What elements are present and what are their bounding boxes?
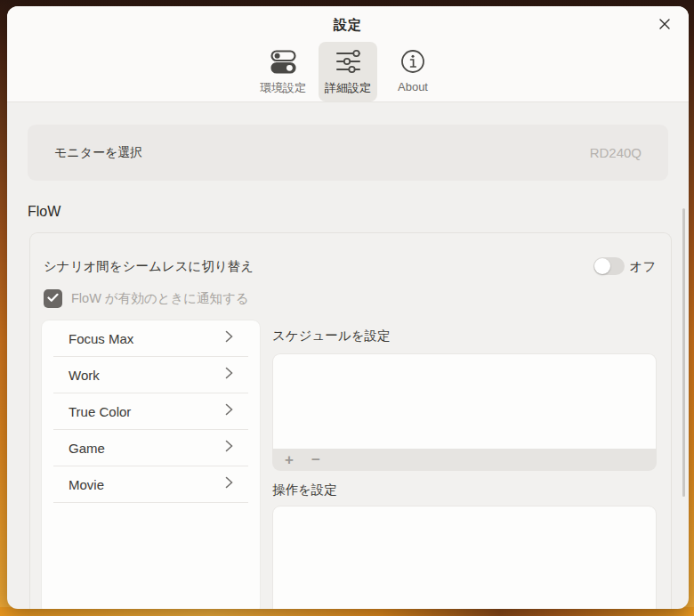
tab-label: 詳細設定 <box>325 80 371 96</box>
notify-row: FloW が有効のときに通知する <box>44 287 249 310</box>
actions-label: 操作を設定 <box>272 482 337 498</box>
schedule-label: スケジュールを設定 <box>272 328 391 344</box>
seamless-switch-row: シナリオ間をシームレスに切り替え オフ <box>44 255 656 278</box>
flow-section-heading: FloW <box>28 204 61 220</box>
monitor-select-row[interactable]: モニターを選択 RD240Q <box>28 125 668 181</box>
toggles-icon <box>270 48 296 75</box>
scenario-item-focus-max[interactable]: Focus Max <box>53 320 248 357</box>
tab-environment-settings[interactable]: 環境設定 <box>254 42 312 101</box>
flow-section: シナリオ間をシームレスに切り替え オフ FloW が有効のときに通知する <box>29 232 672 609</box>
scenario-label: Focus Max <box>69 331 133 346</box>
seamless-switch-control: オフ <box>593 257 656 275</box>
chevron-right-icon <box>225 476 233 492</box>
seamless-switch-toggle[interactable] <box>593 257 625 275</box>
schedule-list[interactable] <box>272 353 657 449</box>
sliders-icon <box>335 48 362 75</box>
toggle-knob <box>594 258 610 274</box>
remove-schedule-button[interactable]: − <box>310 452 322 467</box>
desktop-wallpaper: { "window": { "title": "設定" }, "tabs": [… <box>0 0 694 616</box>
page-title: 設定 <box>7 6 689 34</box>
close-button[interactable] <box>653 13 676 36</box>
chevron-right-icon <box>225 330 233 346</box>
tab-label: 環境設定 <box>260 80 306 96</box>
notify-label: FloW が有効のときに通知する <box>71 290 249 307</box>
seamless-switch-state: オフ <box>629 258 656 275</box>
settings-content: モニターを選択 RD240Q FloW シナリオ間をシームレスに切り替え オフ <box>7 103 689 609</box>
scenario-item-game[interactable]: Game <box>53 430 248 466</box>
actions-list[interactable] <box>272 506 657 609</box>
tab-about[interactable]: About <box>383 42 442 101</box>
chevron-right-icon <box>225 403 233 419</box>
chevron-right-icon <box>225 367 233 383</box>
chevron-right-icon <box>225 440 233 456</box>
scenario-label: True Color <box>69 404 131 419</box>
tab-label: About <box>398 80 428 93</box>
scenario-label: Work <box>69 368 100 383</box>
seamless-switch-label: シナリオ間をシームレスに切り替え <box>44 258 254 275</box>
scenario-item-true-color[interactable]: True Color <box>53 393 248 430</box>
scenario-list: Focus Max Work True Color Game Movie <box>41 320 261 609</box>
tab-advanced-settings[interactable]: 詳細設定 <box>319 42 377 101</box>
scenario-label: Movie <box>69 477 104 492</box>
vertical-scrollbar[interactable] <box>682 208 685 497</box>
add-schedule-button[interactable]: + <box>283 452 295 467</box>
monitor-select-label: モニターを選択 <box>54 145 142 161</box>
schedule-toolbar: + − <box>272 449 657 471</box>
monitor-select-value: RD240Q <box>590 145 642 160</box>
settings-dialog: 設定 環境設定 <box>7 6 689 609</box>
scenario-item-work[interactable]: Work <box>53 357 248 393</box>
notify-checkbox[interactable] <box>44 289 62 308</box>
info-icon <box>400 48 425 75</box>
scenario-label: Game <box>69 441 105 456</box>
tab-bar: 環境設定 詳細設定 <box>7 42 689 101</box>
scenario-item-movie[interactable]: Movie <box>53 466 248 503</box>
flow-detail-column: スケジュールを設定 + − 操作を設定 <box>272 320 657 609</box>
dialog-header: 設定 環境設定 <box>7 6 689 102</box>
close-icon <box>658 17 672 34</box>
check-icon <box>47 292 59 305</box>
